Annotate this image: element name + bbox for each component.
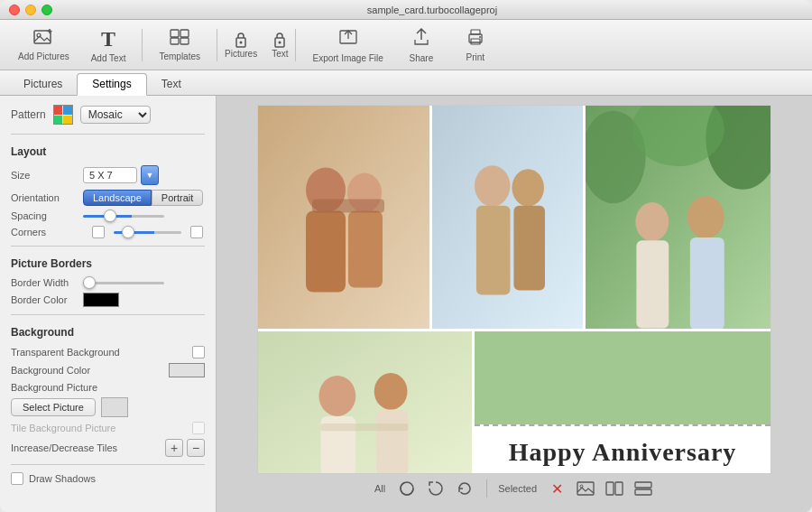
tab-settings[interactable]: Settings: [77, 73, 146, 96]
bg-picture-row: Background Picture: [11, 382, 205, 393]
border-color-label: Border Color: [11, 294, 83, 305]
svg-rect-36: [690, 237, 724, 329]
orientation-row: Orientation Landscape Portrait: [11, 190, 205, 206]
delete-selected-btn[interactable]: ✕: [546, 478, 567, 499]
rotate-left-btn[interactable]: [396, 478, 418, 499]
tab-pictures[interactable]: Pictures: [9, 74, 77, 95]
collage-photo-3[interactable]: [583, 106, 770, 329]
print-label: Print: [466, 52, 485, 62]
main-toolbar: Add Pictures T Add Text Templates: [0, 20, 812, 70]
svg-rect-6: [171, 38, 179, 44]
share-label: Share: [410, 53, 434, 63]
add-pictures-label: Add Pictures: [18, 51, 69, 61]
picture-preview: [101, 397, 128, 417]
layout-title: Layout: [11, 145, 205, 158]
rows-btn[interactable]: [632, 478, 654, 499]
orientation-label: Orientation: [11, 192, 83, 203]
rotate-cw-btn[interactable]: [425, 478, 447, 499]
svg-point-27: [512, 169, 544, 206]
pattern-label: Pattern: [11, 108, 46, 121]
svg-point-25: [475, 165, 511, 206]
size-row: Size 5 X 7 ▼: [11, 165, 205, 185]
templates-label: Templates: [159, 51, 200, 61]
increase-tiles-plus-btn[interactable]: +: [165, 439, 183, 457]
collage-frame[interactable]: Happy Anniversary: [257, 105, 771, 474]
tile-bg-checkbox[interactable]: [192, 422, 205, 434]
pattern-color-icon[interactable]: [53, 105, 73, 125]
templates-button[interactable]: Templates: [150, 25, 209, 65]
increase-tiles-minus-btn[interactable]: −: [187, 439, 205, 457]
print-button[interactable]: Print: [450, 24, 501, 66]
pictures-lock-button[interactable]: Pictures: [225, 31, 257, 59]
sep-1: [11, 134, 205, 135]
pattern-select[interactable]: Mosaic Grid Cascade: [80, 106, 151, 124]
toolbar-sep-2: [217, 29, 217, 61]
corners-slider[interactable]: [114, 231, 181, 234]
add-text-button[interactable]: T Add Text: [82, 23, 135, 67]
sep-2: [11, 246, 205, 247]
draw-shadows-row: Draw Shadows: [11, 472, 205, 485]
draw-shadows-checkbox[interactable]: [11, 472, 23, 485]
svg-rect-51: [635, 489, 651, 495]
tile-bg-row: Tile Background Picture: [11, 422, 205, 434]
bg-color-swatch[interactable]: [169, 363, 205, 377]
templates-icon: [170, 29, 189, 50]
border-width-row: Border Width: [11, 277, 205, 288]
corners-label: Corners: [11, 227, 83, 237]
select-picture-btn[interactable]: Select Picture: [11, 398, 96, 416]
transparent-bg-row: Transparent Background: [11, 346, 205, 358]
text-lock-button[interactable]: Text: [272, 31, 288, 59]
tab-text[interactable]: Text: [147, 74, 196, 95]
corners-checkbox[interactable]: [92, 226, 105, 238]
svg-rect-5: [180, 30, 189, 37]
bottom-sep-1: [486, 479, 487, 498]
border-color-swatch[interactable]: [83, 293, 119, 307]
increase-tiles-row: Increase/Decrease Tiles + −: [11, 439, 205, 457]
svg-rect-4: [171, 30, 179, 37]
add-pictures-button[interactable]: Add Pictures: [9, 25, 78, 65]
background-title: Background: [11, 326, 205, 339]
print-icon: [466, 28, 485, 51]
collage-photo-5[interactable]: [475, 331, 770, 424]
landscape-btn[interactable]: Landscape: [83, 190, 152, 206]
bg-picture-label: Background Picture: [11, 382, 205, 393]
svg-rect-16: [471, 30, 480, 34]
svg-point-17: [479, 36, 481, 38]
collage-right-panel: Happy Anniversary: [475, 331, 770, 474]
size-dropdown-btn[interactable]: ▼: [141, 165, 159, 185]
border-width-slider[interactable]: [83, 282, 164, 284]
share-button[interactable]: Share: [396, 23, 447, 67]
minimize-button[interactable]: [25, 5, 36, 15]
portrait-btn[interactable]: Portrait: [152, 190, 203, 206]
svg-rect-20: [306, 211, 346, 293]
export-button[interactable]: Export Image File: [303, 23, 392, 67]
picture-borders-title: Picture Borders: [11, 257, 205, 270]
tab-bar: Pictures Settings Text: [0, 70, 812, 96]
collage-photo-2[interactable]: [429, 106, 583, 329]
transparent-bg-label: Transparent Background: [11, 347, 189, 358]
sep-4: [11, 464, 205, 465]
transparent-bg-checkbox[interactable]: [192, 346, 205, 358]
svg-point-38: [318, 376, 355, 416]
window-controls[interactable]: [9, 5, 52, 15]
maximize-button[interactable]: [42, 5, 52, 15]
svg-point-11: [279, 42, 281, 44]
bottom-toolbar: All Selected ✕: [374, 474, 654, 503]
corners-right-checkbox[interactable]: [190, 226, 203, 238]
columns-btn[interactable]: [604, 478, 625, 499]
lock-group: Pictures Text: [225, 31, 288, 59]
pattern-row: Pattern Mosaic Grid Cascade: [11, 105, 205, 125]
selected-label: Selected: [498, 483, 537, 494]
spacing-slider[interactable]: [83, 215, 164, 218]
collage-bottom-row: Happy Anniversary: [258, 331, 770, 474]
collage-photo-1[interactable]: [258, 106, 429, 329]
svg-rect-0: [34, 31, 51, 43]
svg-point-47: [580, 485, 583, 488]
close-button[interactable]: [9, 5, 20, 15]
collage-photo-4[interactable]: [258, 331, 475, 474]
svg-rect-49: [615, 482, 623, 495]
all-label: All: [374, 483, 385, 494]
collage-text-area[interactable]: Happy Anniversary: [475, 424, 770, 474]
photo-selected-btn[interactable]: [575, 478, 596, 499]
refresh-btn[interactable]: [454, 478, 475, 499]
